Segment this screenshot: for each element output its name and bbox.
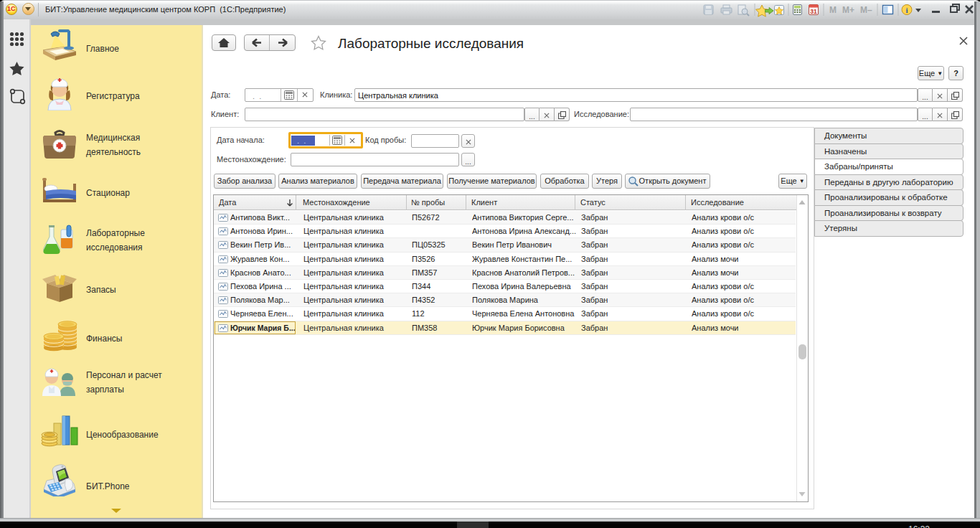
svg-text:31: 31: [810, 8, 817, 15]
svg-text:M–: M–: [860, 5, 872, 15]
svg-text:M+: M+: [842, 5, 854, 15]
svg-text:M: M: [829, 5, 837, 15]
svg-text:i: i: [905, 6, 908, 14]
